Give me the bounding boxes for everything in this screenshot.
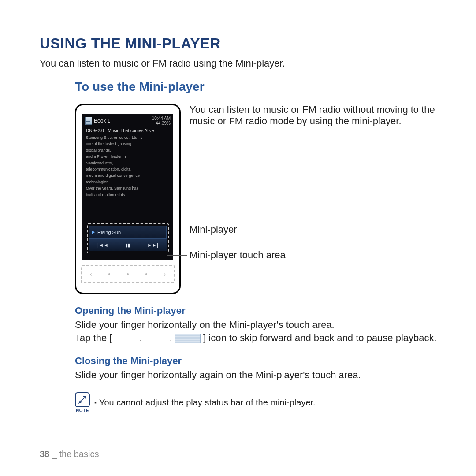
note-text: You cannot adjust the play status bar of… [99, 398, 316, 408]
callout-touch-area: Mini-player touch area [190, 249, 436, 261]
screen-body: DNSe2.0 - Music That comes Alive Samsung… [82, 126, 173, 200]
opening-heading: Opening the Mini-player [75, 305, 441, 316]
touch-dot [127, 273, 129, 275]
subheading: To use the Mini-player [75, 80, 441, 96]
icon-placeholder-active [175, 334, 201, 343]
page-footer: 38 _ the basics [40, 449, 99, 459]
mini-player-bar: Rising Sun [89, 226, 167, 239]
figure-row: Book 1 10:44 AM 44.39% DNSe2.0 - Music T… [75, 104, 441, 294]
leader-line [167, 230, 187, 230]
book-label: Book 1 [94, 118, 110, 124]
bullet-icon: ▪ [94, 399, 97, 406]
next-icon: ►►| [147, 242, 158, 248]
touch-right-icon: › [164, 271, 166, 278]
device-screen: Book 1 10:44 AM 44.39% DNSe2.0 - Music T… [82, 114, 173, 260]
leader-line [167, 255, 187, 256]
prev-icon: |◄◄ [97, 242, 108, 248]
icon-placeholder [145, 334, 170, 343]
status-progress: 44.39% [156, 121, 171, 126]
screen-body-title: DNSe2.0 - Music That comes Alive [86, 127, 170, 134]
book-icon [85, 117, 92, 125]
icon-placeholder [115, 334, 140, 343]
page-number: 38 [40, 449, 49, 459]
track-title: Rising Sun [97, 230, 121, 235]
touch-dot [145, 273, 147, 275]
opening-body: Slide your finger horizontally on the Mi… [75, 318, 441, 344]
touch-dot [108, 273, 110, 275]
figure-paragraph: You can listen to music or FM radio with… [190, 104, 436, 127]
device-illustration: Book 1 10:44 AM 44.39% DNSe2.0 - Music T… [75, 104, 181, 294]
pause-icon: ▮▮ [125, 242, 130, 248]
mini-player-controls: |◄◄ ▮▮ ►►| [89, 239, 167, 251]
note-icon [75, 392, 90, 407]
status-time: 10:44 AM [152, 116, 171, 121]
intro-text: You can listen to music or FM radio usin… [40, 58, 441, 69]
touch-left-icon: ‹ [90, 271, 92, 278]
note-label: NOTE [75, 408, 90, 413]
mini-player-group: Rising Sun |◄◄ ▮▮ ►►| [87, 223, 169, 253]
page-title: USING THE MINI-PLAYER [40, 35, 441, 54]
closing-body: Slide your finger horizontally again on … [75, 368, 441, 382]
closing-heading: Closing the Mini-player [75, 355, 441, 367]
note-badge: NOTE [75, 392, 90, 413]
play-indicator-icon [92, 231, 95, 234]
status-bar: Book 1 10:44 AM 44.39% [82, 114, 173, 126]
chapter-name: the basics [60, 449, 99, 459]
note-row: NOTE ▪ You cannot adjust the play status… [75, 392, 441, 413]
touch-area: ‹ › [81, 265, 175, 283]
callout-mini-player: Mini-player [190, 224, 436, 235]
